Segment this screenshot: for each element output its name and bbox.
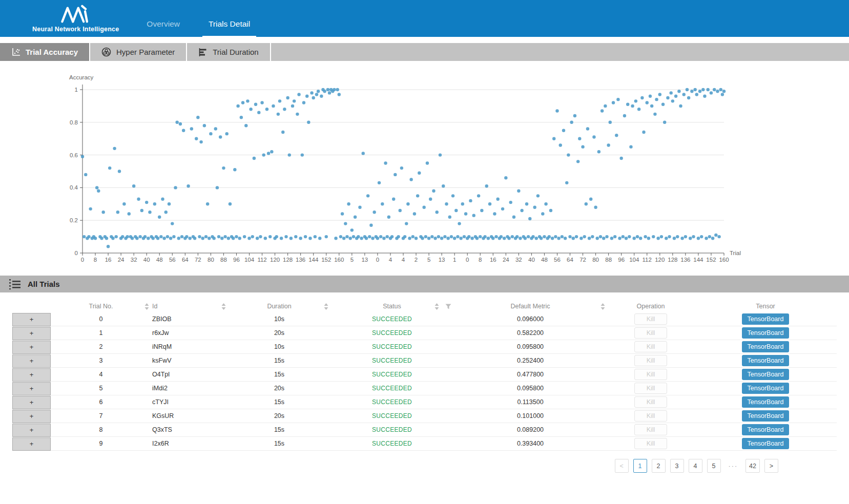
svg-text:0: 0 — [376, 257, 379, 263]
cell-trial-no: 5 — [51, 382, 151, 395]
kill-button[interactable]: Kill — [634, 383, 667, 394]
page-button-4[interactable]: 4 — [689, 459, 702, 473]
table-header-row: Trial No. Id Duration — [12, 300, 837, 312]
svg-text:160: 160 — [719, 257, 729, 263]
nni-logo[interactable]: Neural Network Intelligence — [32, 0, 119, 37]
cell-trial-no: 1 — [51, 326, 151, 340]
expand-row-button[interactable]: + — [12, 396, 51, 409]
status-badge: SUCCEEDED — [330, 368, 453, 381]
nav-tab-overview[interactable]: Overview — [140, 0, 186, 37]
page-button-2[interactable]: 2 — [652, 459, 666, 473]
app-header: Neural Network Intelligence Overview Tri… — [0, 0, 849, 37]
svg-text:96: 96 — [233, 257, 240, 263]
expand-row-button[interactable]: + — [12, 341, 51, 354]
table-row: + 8 Q3xTS 15s SUCCEEDED 0.089200 Kill Te… — [12, 423, 837, 437]
kill-button[interactable]: Kill — [634, 327, 667, 339]
svg-text:40: 40 — [528, 257, 535, 263]
tensorboard-button[interactable]: TensorBoard — [742, 327, 789, 339]
tensorboard-button[interactable]: TensorBoard — [742, 341, 789, 352]
expand-row-button[interactable]: + — [12, 327, 51, 340]
svg-text:152: 152 — [321, 257, 331, 263]
section-title: All Trials — [28, 280, 60, 288]
tensorboard-button[interactable]: TensorBoard — [742, 355, 789, 366]
trial-accuracy-chart-panel: 00.20.40.60.8108162432404856647280889610… — [0, 61, 849, 276]
sort-icon[interactable] — [434, 303, 439, 310]
expand-row-button[interactable]: + — [12, 354, 51, 368]
table-body: + 0 ZBIOB 10s SUCCEEDED 0.096000 Kill Te… — [12, 312, 837, 451]
tensorboard-button[interactable]: TensorBoard — [742, 438, 789, 449]
cell-trial-no: 3 — [51, 354, 151, 367]
tab-trial-duration[interactable]: Trial Duration — [187, 43, 271, 61]
column-header[interactable]: Id — [151, 300, 228, 312]
svg-text:136: 136 — [296, 257, 305, 263]
tensorboard-button[interactable]: TensorBoard — [742, 369, 789, 380]
kill-button[interactable]: Kill — [634, 438, 667, 449]
nav-tab-trials-detail[interactable]: Trials Detail — [202, 0, 256, 37]
expand-row-button[interactable]: + — [12, 410, 51, 423]
next-page-button[interactable]: > — [764, 459, 778, 473]
cell-id: r6xJw — [151, 326, 228, 340]
column-header[interactable]: Duration — [228, 300, 330, 312]
column-header[interactable]: Tensor — [694, 300, 837, 312]
column-label: Default Metric — [510, 303, 550, 310]
column-header[interactable]: Trial No. — [51, 300, 151, 312]
page-button-42[interactable]: 42 — [746, 459, 760, 473]
column-header[interactable]: Status — [330, 300, 453, 312]
cell-duration: 20s — [228, 409, 330, 423]
svg-text:0.6: 0.6 — [70, 152, 78, 158]
tab-hyper-parameter[interactable]: Hyper Parameter — [90, 43, 187, 61]
cell-duration: 15s — [228, 368, 330, 381]
svg-text:120: 120 — [270, 257, 280, 263]
svg-text:0: 0 — [75, 250, 78, 256]
sort-icon[interactable] — [324, 303, 328, 310]
table-row: + 3 ksFwV 15s SUCCEEDED 0.252400 Kill Te… — [12, 354, 837, 368]
chart-tab-bar: Trial Accuracy Hyper Parameter Trial Dur… — [0, 43, 849, 61]
cell-duration: 15s — [228, 354, 330, 367]
wheel-icon — [101, 47, 111, 57]
cell-duration: 20s — [228, 382, 330, 395]
tensorboard-button[interactable]: TensorBoard — [742, 313, 789, 325]
cell-default-metric: 0.582200 — [453, 326, 607, 340]
expand-row-button[interactable]: + — [12, 368, 51, 382]
expander-column-header — [12, 300, 51, 312]
prev-page-button[interactable]: < — [615, 459, 629, 473]
page-button-1[interactable]: 1 — [633, 459, 647, 473]
kill-button[interactable]: Kill — [634, 396, 667, 408]
tab-label: Trial Accuracy — [26, 48, 78, 56]
svg-text:48: 48 — [541, 257, 548, 263]
expand-row-button[interactable]: + — [12, 313, 51, 326]
accuracy-scatter-chart[interactable]: 00.20.40.60.8108162432404856647280889610… — [0, 61, 849, 266]
cell-trial-no: 7 — [51, 409, 151, 423]
kill-button[interactable]: Kill — [634, 369, 667, 380]
page-button-3[interactable]: 3 — [670, 459, 684, 473]
pagination: <12345···42> — [0, 459, 778, 473]
column-header[interactable]: Default Metric — [453, 300, 607, 312]
kill-button[interactable]: Kill — [634, 313, 667, 325]
sort-icon[interactable] — [600, 303, 605, 310]
svg-text:128: 128 — [283, 257, 293, 263]
expand-row-button[interactable]: + — [12, 437, 51, 451]
column-label: Duration — [267, 303, 291, 310]
tensorboard-button[interactable]: TensorBoard — [742, 410, 789, 422]
kill-button[interactable]: Kill — [634, 424, 667, 435]
sort-icon[interactable] — [144, 303, 149, 310]
kill-button[interactable]: Kill — [634, 410, 667, 422]
tab-label: Trial Duration — [213, 48, 258, 56]
kill-button[interactable]: Kill — [634, 341, 667, 352]
svg-text:112: 112 — [257, 257, 266, 263]
expand-row-button[interactable]: + — [12, 382, 51, 395]
column-header[interactable]: Operation — [607, 300, 694, 312]
filter-icon[interactable] — [445, 304, 451, 309]
expand-row-button[interactable]: + — [12, 424, 51, 437]
kill-button[interactable]: Kill — [634, 355, 667, 366]
svg-text:104: 104 — [244, 257, 255, 263]
tensorboard-button[interactable]: TensorBoard — [742, 424, 789, 435]
tensorboard-button[interactable]: TensorBoard — [742, 383, 789, 394]
page-button-5[interactable]: 5 — [707, 459, 721, 473]
svg-text:32: 32 — [515, 257, 522, 263]
tensorboard-button[interactable]: TensorBoard — [742, 396, 789, 408]
sort-icon[interactable] — [221, 303, 226, 310]
tab-trial-accuracy[interactable]: Trial Accuracy — [0, 43, 90, 61]
cell-default-metric: 0.252400 — [453, 354, 607, 367]
column-label: Trial No. — [89, 303, 113, 310]
